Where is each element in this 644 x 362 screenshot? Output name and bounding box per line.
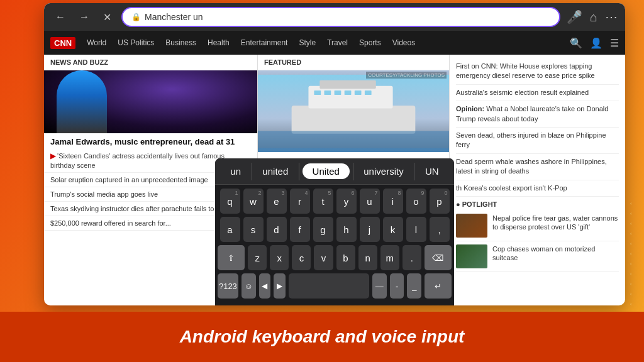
key-u-num: 7 [374, 190, 377, 196]
forward-button[interactable]: → [75, 10, 93, 24]
nav-travel[interactable]: Travel [322, 38, 353, 47]
key-q[interactable]: 1q [220, 189, 240, 214]
key-delete[interactable]: ⌫ [425, 245, 452, 270]
key-x[interactable]: x [270, 245, 289, 270]
key-r-num: 4 [304, 190, 308, 196]
sidebar-article-3[interactable]: Seven dead, others injured in blaze on P… [456, 128, 619, 154]
bottom-title-text: Android keyboard and voice input [180, 327, 465, 347]
divider-2 [299, 163, 299, 180]
key-dash[interactable]: — [372, 273, 387, 299]
key-b[interactable]: b [336, 245, 355, 270]
key-h[interactable]: h [336, 217, 357, 242]
nav-videos[interactable]: Videos [387, 38, 420, 47]
key-shift[interactable]: ⇧ [218, 245, 245, 270]
key-z[interactable]: z [248, 245, 267, 270]
key-w[interactable]: 2w [243, 189, 264, 214]
key-period[interactable]: . [402, 245, 421, 270]
spotlight-text-1: Cop chases woman on motorized suitcase [492, 244, 619, 263]
svg-rect-1 [292, 106, 416, 134]
close-button[interactable]: ✕ [99, 10, 115, 25]
svg-rect-3 [319, 80, 375, 89]
key-f[interactable]: f [290, 217, 310, 242]
key-123[interactable]: ?123 [218, 273, 238, 299]
key-o[interactable]: 9o [406, 189, 426, 214]
spotlight-header: ● potlight [456, 197, 619, 211]
spotlight-label: potlight [462, 200, 497, 208]
key-emoji[interactable]: ☺ [242, 273, 256, 299]
key-arrow-left[interactable]: ◀ [259, 273, 271, 299]
key-space[interactable] [289, 273, 369, 299]
nav-sports[interactable]: Sports [354, 38, 386, 47]
sidebar-article-0[interactable]: First on CNN: White House explores tappi… [456, 58, 619, 85]
bottom-title-bar: Android keyboard and voice input [0, 312, 644, 362]
key-p[interactable]: 0p [430, 189, 450, 214]
key-p-num: 0 [444, 190, 447, 196]
video-badge: ▶ [50, 152, 55, 160]
key-t[interactable]: 5t [313, 189, 333, 214]
person-silhouette [57, 70, 107, 133]
sidebar-article-2[interactable]: Opinion: What a Nobel laureate's take on… [456, 101, 619, 128]
menu-icon[interactable]: ☰ [610, 37, 619, 49]
nav-uspolitics[interactable]: US Politics [113, 38, 159, 47]
nav-world[interactable]: World [82, 38, 111, 47]
key-i-num: 8 [397, 190, 401, 196]
home-button[interactable]: ⌂ [590, 10, 597, 25]
sidebar-article-1[interactable]: Australia's seismic election result expl… [456, 85, 619, 101]
nav-style[interactable]: Style [294, 38, 321, 47]
brief-1-text[interactable]: 'Sixteen Candles' actress accidentally l… [50, 152, 225, 169]
key-l[interactable]: l [406, 217, 426, 242]
key-r[interactable]: 4r [290, 189, 310, 214]
spotlight-item-0[interactable]: Nepal police fire tear gas, water cannon… [456, 211, 619, 241]
key-k[interactable]: k [383, 217, 403, 242]
spotlight-item-1[interactable]: Cop chases woman on motorized suitcase [456, 241, 619, 272]
search-icon[interactable]: 🔍 [570, 37, 582, 49]
main-headline[interactable]: Jamal Edwards, music entrepreneur, dead … [44, 133, 257, 150]
key-n[interactable]: n [358, 245, 377, 270]
keyboard-body: 1q 2w 3e 4r 5t 6y 7u 8i 9o 0p a s d f g … [215, 185, 454, 305]
key-u[interactable]: 7u [360, 189, 380, 214]
autocomplete-united-cap[interactable]: United [303, 163, 350, 179]
sidebar-article-4[interactable]: Dead sperm whale washes ashore in Philip… [456, 154, 619, 180]
key-comma[interactable]: , [430, 217, 450, 242]
key-o-num: 9 [421, 190, 424, 196]
account-icon[interactable]: 👤 [590, 37, 602, 49]
svg-rect-5 [325, 90, 331, 95]
sidebar-article-5[interactable]: th Korea's coolest export isn't K-Pop [456, 180, 619, 197]
address-bar[interactable]: 🔒 Manchester un [121, 7, 560, 27]
key-row-2: a s d f g h j k l , [218, 217, 452, 242]
key-arrow-right[interactable]: ▶ [274, 273, 286, 299]
keyboard-overlay: un united United university UN 1q 2w 3e … [215, 158, 454, 305]
key-row-3: ⇧ z x c v b n m . ⌫ [218, 245, 452, 270]
key-c[interactable]: c [292, 245, 311, 270]
key-hyphen[interactable]: - [390, 273, 404, 299]
nav-entertainment[interactable]: Entertainment [236, 38, 293, 47]
featured-header: Featured [258, 55, 449, 70]
more-button[interactable]: ⋯ [605, 9, 618, 25]
mic-button[interactable]: 🎤 [567, 9, 582, 25]
key-i[interactable]: 8i [383, 189, 403, 214]
autocomplete-university[interactable]: university [356, 163, 411, 179]
nav-business[interactable]: Business [160, 38, 201, 47]
divider-3 [353, 163, 353, 180]
key-underscore[interactable]: _ [407, 273, 421, 299]
nav-health[interactable]: Health [203, 38, 235, 47]
key-g[interactable]: g [313, 217, 333, 242]
autocomplete-un[interactable]: un [223, 163, 248, 179]
divider-1 [252, 163, 252, 180]
key-row-1: 1q 2w 3e 4r 5t 6y 7u 8i 9o 0p [218, 189, 452, 214]
key-v[interactable]: v [314, 245, 333, 270]
key-s[interactable]: s [243, 217, 264, 242]
key-y[interactable]: 6y [336, 189, 357, 214]
autocomplete-united-lower[interactable]: united [255, 163, 296, 179]
back-button[interactable]: ← [52, 10, 69, 24]
article-image [44, 70, 257, 133]
key-m[interactable]: m [380, 245, 399, 270]
key-return[interactable]: ↵ [425, 273, 452, 299]
key-d[interactable]: d [267, 217, 287, 242]
key-j[interactable]: j [360, 217, 380, 242]
key-e[interactable]: 3e [267, 189, 287, 214]
key-q-num: 1 [235, 190, 238, 196]
svg-rect-6 [335, 90, 341, 95]
key-a[interactable]: a [220, 217, 240, 242]
autocomplete-UN[interactable]: UN [418, 163, 447, 179]
